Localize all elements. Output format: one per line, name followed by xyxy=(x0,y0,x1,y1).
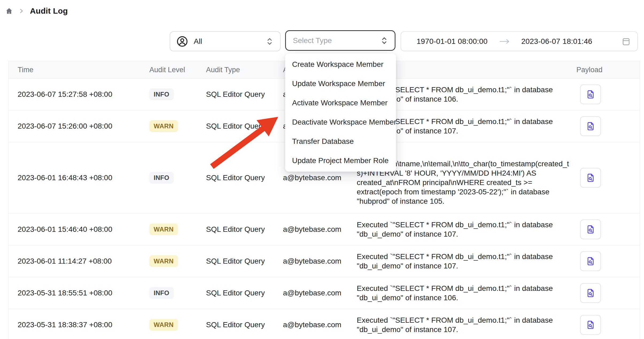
chevron-up-down-icon xyxy=(266,37,273,46)
chevron-up-down-icon xyxy=(381,36,388,45)
type-menu-item[interactable]: Activate Workspace Member xyxy=(285,93,396,113)
payload-view-button[interactable] xyxy=(580,219,601,239)
table-row: 2023-05-31 18:55:51 +08:00INFOSQL Editor… xyxy=(9,277,640,309)
column-header-payload: Payload xyxy=(572,66,640,74)
file-search-icon xyxy=(586,288,595,298)
file-search-icon xyxy=(586,256,595,266)
cell-time: 2023-06-07 15:27:58 +08:00 xyxy=(9,90,147,99)
date-range-picker[interactable]: 1970-01-01 08:00:00 2023-06-07 18:01:46 xyxy=(401,31,638,51)
cell-payload xyxy=(572,116,640,136)
column-header-audit-level: Audit Level xyxy=(147,66,206,74)
table-row: 2023-06-01 11:14:27 +08:00WARNSQL Editor… xyxy=(9,245,640,277)
column-header-audit-type: Audit Type xyxy=(206,66,283,74)
cell-time: 2023-06-01 15:46:40 +08:00 xyxy=(9,225,147,234)
cell-audit-level: WARN xyxy=(147,120,206,132)
cell-audit-level: WARN xyxy=(147,319,206,331)
type-menu-item[interactable]: Create Workspace Member xyxy=(285,55,396,74)
payload-view-button[interactable] xyxy=(580,315,601,335)
payload-view-button[interactable] xyxy=(580,283,601,303)
cell-time: 2023-05-31 18:38:37 +08:00 xyxy=(9,321,147,329)
cell-audit-type: SQL Editor Query xyxy=(206,321,283,329)
table-row: 2023-05-31 18:38:37 +08:00WARNSQL Editor… xyxy=(9,309,640,339)
cell-payload xyxy=(572,283,640,303)
payload-view-button[interactable] xyxy=(580,84,601,104)
cell-audit-type: SQL Editor Query xyxy=(206,122,283,130)
cell-actor: a@bytebase.com xyxy=(283,225,357,234)
audit-level-badge: WARN xyxy=(149,224,178,235)
cell-audit-type: SQL Editor Query xyxy=(206,90,283,99)
cell-payload xyxy=(572,315,640,335)
file-search-icon xyxy=(586,121,595,131)
cell-audit-level: INFO xyxy=(147,88,206,100)
cell-actor: a@bytebase.com xyxy=(283,289,357,297)
cell-time: 2023-06-01 11:14:27 +08:00 xyxy=(9,257,147,265)
breadcrumb-chevron-icon xyxy=(19,8,24,14)
audit-log-page: Audit Log All Select Type 1970-01-01 xyxy=(0,0,644,339)
actor-filter-select[interactable]: All xyxy=(170,31,281,51)
cell-payload xyxy=(572,251,640,271)
cell-payload xyxy=(572,219,640,239)
payload-view-button[interactable] xyxy=(580,168,601,188)
audit-level-badge: WARN xyxy=(149,120,178,132)
cell-audit-type: SQL Editor Query xyxy=(206,225,283,234)
actor-filter-value: All xyxy=(194,37,202,46)
cell-time: 2023-06-01 16:48:43 +08:00 xyxy=(9,174,147,182)
page-title: Audit Log xyxy=(30,6,68,16)
table-row: 2023-06-01 15:46:40 +08:00WARNSQL Editor… xyxy=(9,214,640,245)
arrow-right-icon xyxy=(499,38,510,45)
audit-level-badge: INFO xyxy=(149,172,174,184)
audit-level-badge: INFO xyxy=(149,88,174,100)
payload-view-button[interactable] xyxy=(580,116,601,136)
cell-comment: Executed `"SELECT * FROM db_ui_demo.t1;"… xyxy=(357,277,572,309)
type-menu-item[interactable]: Update Project Member Role xyxy=(285,151,396,170)
cell-audit-level: INFO xyxy=(147,287,206,299)
file-search-icon xyxy=(586,89,595,99)
cell-actor: a@bytebase.com xyxy=(283,321,357,329)
column-header-time: Time xyxy=(9,66,147,74)
date-range-end: 2023-06-07 18:01:46 xyxy=(521,37,592,46)
payload-view-button[interactable] xyxy=(580,251,601,271)
type-menu-item[interactable]: Deactivate Workspace Member xyxy=(285,113,396,132)
cell-audit-level: WARN xyxy=(147,224,206,235)
cell-payload xyxy=(572,168,640,188)
cell-comment: Executed `"SELECT * FROM db_ui_demo.t1;"… xyxy=(357,309,572,339)
breadcrumb: Audit Log xyxy=(5,6,68,16)
file-search-icon xyxy=(586,320,595,330)
cell-actor: a@bytebase.com xyxy=(283,257,357,265)
cell-comment: Executed `"SELECT * FROM db_ui_demo.t1;"… xyxy=(357,245,572,277)
home-icon[interactable] xyxy=(5,7,13,15)
type-filter-placeholder: Select Type xyxy=(293,36,332,45)
type-menu: Create Workspace MemberUpdate Workspace … xyxy=(285,53,396,172)
user-circle-icon xyxy=(176,35,188,48)
date-range-start: 1970-01-01 08:00:00 xyxy=(417,37,488,46)
file-search-icon xyxy=(586,224,595,234)
cell-time: 2023-05-31 18:55:51 +08:00 xyxy=(9,289,147,297)
type-filter-select[interactable]: Select Type xyxy=(285,30,395,51)
cell-audit-type: SQL Editor Query xyxy=(206,257,283,265)
audit-level-badge: WARN xyxy=(149,255,178,267)
cell-audit-type: SQL Editor Query xyxy=(206,174,283,182)
cell-time: 2023-06-07 15:26:00 +08:00 xyxy=(9,122,147,130)
file-search-icon xyxy=(586,173,595,183)
cell-actor: a@bytebase.com xyxy=(283,174,357,182)
type-menu-item[interactable]: Transfer Database xyxy=(285,132,396,151)
audit-level-badge: INFO xyxy=(149,287,174,299)
cell-comment: Executed `"SELECT * FROM db_ui_demo.t1;"… xyxy=(357,214,572,245)
type-menu-item[interactable]: Update Workspace Member xyxy=(285,74,396,93)
cell-audit-level: INFO xyxy=(147,172,206,184)
calendar-icon xyxy=(621,37,631,46)
audit-level-badge: WARN xyxy=(149,319,178,331)
cell-payload xyxy=(572,84,640,104)
cell-audit-level: WARN xyxy=(147,255,206,267)
cell-audit-type: SQL Editor Query xyxy=(206,289,283,297)
